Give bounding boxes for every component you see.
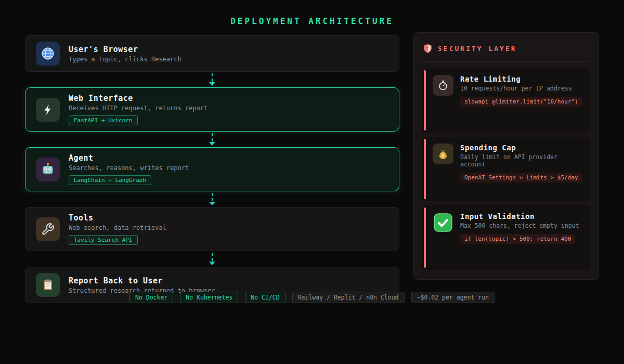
- red-stripe: [424, 207, 426, 268]
- security-layer-header: SECURITY LAYER: [422, 41, 590, 62]
- badge-hosting-options: Railway / Replit / n8n Cloud: [292, 292, 405, 303]
- moneybag-icon: $: [433, 144, 453, 164]
- security-layer-panel: SECURITY LAYER Rate Limiting 10 requests…: [413, 32, 599, 280]
- svg-text:$: $: [441, 152, 445, 158]
- tech-badge: Tavily Search API: [69, 235, 138, 245]
- deployment-flow: User's Browser Types a topic, clicks Res…: [25, 35, 399, 303]
- security-item-title: Input Validation: [460, 212, 579, 220]
- red-stripe: [424, 70, 426, 131]
- badge-cost-per-run: ~$0.02 per agent run: [411, 292, 495, 303]
- security-item-title: Rate Limiting: [460, 75, 582, 83]
- security-item-code: slowapi @limiter.limit("10/hour"): [460, 97, 582, 107]
- card-title: User's Browser: [69, 45, 181, 54]
- security-layer-title: SECURITY LAYER: [438, 45, 517, 53]
- flow-arrow: [25, 191, 399, 207]
- tech-badge: FastAPI + Uvicorn: [69, 115, 138, 125]
- stopwatch-icon: [433, 75, 453, 96]
- tech-badge: LangChain + LangGraph: [69, 175, 151, 185]
- red-stripe: [424, 139, 426, 199]
- security-item-subtitle: Max 500 chars, reject empty input: [460, 222, 579, 229]
- card-subtitle: Types a topic, clicks Research: [69, 56, 181, 63]
- card-title: Web Interface: [69, 94, 207, 103]
- security-item-code: OpenAI Settings > Limits > $5/day: [460, 173, 582, 183]
- card-title: Agent: [69, 153, 189, 163]
- lightning-icon: [36, 98, 60, 122]
- footer-badges: No Docker No Kubernetes No CI/CD Railway…: [0, 292, 624, 303]
- card-title: Tools: [69, 213, 166, 223]
- robot-icon: [36, 158, 60, 181]
- security-item-subtitle: 10 requests/hour per IP address: [460, 85, 582, 92]
- check-icon: [433, 212, 453, 233]
- card-subtitle: Web search, data retrieval: [69, 224, 166, 231]
- security-item-subtitle: Daily limit on API provider account: [460, 153, 584, 168]
- badge-no-kubernetes: No Kubernetes: [180, 292, 238, 303]
- flow-card-web-interface: Web Interface Receives HTTP request, ret…: [25, 87, 399, 132]
- security-item-spending-cap: $ Spending Cap Daily limit on API provid…: [422, 137, 590, 201]
- flow-card-tools: Tools Web search, data retrieval Tavily …: [25, 207, 399, 251]
- flow-arrow: [25, 132, 399, 147]
- security-items: Rate Limiting 10 requests/hour per IP ad…: [422, 68, 590, 270]
- shield-icon: [423, 44, 432, 54]
- page-title: DEPLOYMENT ARCHITECTURE: [0, 16, 624, 26]
- flow-card-agent: Agent Searches, reasons, writes report L…: [25, 147, 399, 191]
- flow-arrow: [25, 72, 399, 87]
- badge-no-docker: No Docker: [129, 292, 173, 303]
- globe-icon: [36, 42, 60, 66]
- security-item-title: Spending Cap: [460, 144, 584, 152]
- card-subtitle: Receives HTTP request, returns report: [69, 105, 207, 112]
- security-item-input-validation: Input Validation Max 500 chars, reject e…: [422, 205, 590, 270]
- flow-arrow: [25, 251, 399, 267]
- wrench-icon: [36, 217, 60, 241]
- security-item-rate-limiting: Rate Limiting 10 requests/hour per IP ad…: [422, 68, 590, 133]
- card-title: Report Back to User: [69, 276, 215, 285]
- security-item-code: if len(topic) > 500: return 400: [460, 234, 575, 244]
- card-subtitle: Searches, reasons, writes report: [69, 164, 189, 172]
- badge-no-cicd: No CI/CD: [245, 292, 285, 303]
- flow-card-users-browser: User's Browser Types a topic, clicks Res…: [25, 35, 399, 72]
